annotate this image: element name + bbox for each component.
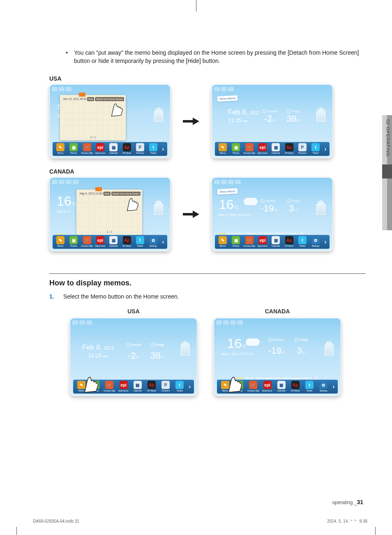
status-bar [52, 87, 71, 91]
freezer-temp: Freezer-2°F [262, 109, 277, 124]
dock-calendar[interactable]: ▦Calendar [131, 381, 144, 392]
app-dock: ✎Memo ▣Photos 🛒Grocery Mgr epiEpicurious… [215, 142, 330, 156]
memo-timestamp: May 9, 2013 10:28 PM [80, 192, 106, 195]
dock-apnews[interactable]: ApAP News [145, 381, 158, 392]
fridge-temp: Fridge38°F [286, 109, 300, 124]
hide-button[interactable]: Hide [87, 97, 94, 101]
dock-calendar[interactable]: ▦Calendar [107, 143, 120, 154]
dock-twitter[interactable]: tTwitter [134, 236, 146, 247]
app-dock: ✎Memo ▣Photos 🛒Grocery Mgr epiEpicurious… [53, 235, 167, 249]
dock-more[interactable]: › [323, 239, 328, 245]
usa-header: USA [49, 75, 366, 82]
dock-apnews[interactable]: ApAP News [289, 381, 302, 392]
page-number: 31 [357, 499, 363, 505]
dock-photos[interactable]: ▣Photos [67, 236, 80, 247]
dock-settings[interactable]: ✿Settings [317, 381, 330, 392]
dock-photos[interactable]: ▣Photos [230, 236, 242, 247]
print-metadata: DA68-02935A-04.indb 31 2014. 5. 14. ᄂᄂ 9… [33, 519, 367, 523]
dock-more[interactable]: › [187, 383, 192, 390]
dock-twitter[interactable]: tTwitter [296, 236, 309, 247]
dock-epicurious[interactable]: epiEpicurious [94, 236, 106, 247]
dock-grocery[interactable]: 🛒Grocery Mgr [243, 143, 256, 154]
dispenser-icon: Cubed [154, 107, 163, 122]
dock-pandora[interactable]: PPandora [134, 143, 146, 154]
pointing-hand-icon [79, 371, 102, 394]
page-footer: operating _31 [49, 499, 363, 505]
dock-calendar[interactable]: ▦Calendar [107, 236, 120, 247]
status-bar [214, 87, 234, 91]
dock-epicurious[interactable]: epiEpicurious [261, 381, 274, 392]
dock-epicurious[interactable]: epiEpicurious [256, 143, 269, 154]
fridge-temp: Fridge3°C [286, 199, 300, 214]
dock-grocery[interactable]: 🛒Grocery Mgr [247, 381, 260, 392]
dock-settings[interactable]: ✿Settings [147, 236, 159, 247]
dock-twitter[interactable]: tTwitter [147, 143, 159, 154]
freezer-temp: Freezer-19°C [261, 199, 277, 214]
dispenser-icon: Water [316, 200, 325, 215]
screenshot-canada-home: Show Memo 16°C May 9, 2013 22:29 PM Free… [212, 177, 333, 251]
dock-photos[interactable]: ▣Photos [67, 143, 80, 154]
indb-date: 2014. 5. 14. ᄂᄂ 9:38 [327, 519, 367, 523]
date: Feb 8, [82, 343, 102, 351]
freezer-temp: Freezer-19°C [268, 338, 285, 356]
dock-pandora[interactable]: PPandora [296, 143, 309, 154]
dock-photos[interactable]: ▣Photos [230, 143, 242, 154]
dispenser-icon: Cubed [181, 341, 190, 355]
cloud-icon [246, 338, 260, 346]
dispenser-icon: Cubed [316, 107, 325, 122]
fridge-temp: Fridge3°C [294, 338, 308, 356]
show-memo-tag[interactable]: Show Memo [217, 188, 238, 195]
screenshot-canada-select-memo: 16°C May 9, 2013 22:27 PM Freezer-19°C F… [214, 318, 341, 396]
crop-mark [196, 0, 196, 12]
dock-calendar[interactable]: ▦Calendar [270, 143, 282, 154]
status-bar [214, 180, 241, 184]
crop-mark [16, 527, 17, 535]
date: May 9, 2013 22:29 [219, 213, 246, 217]
dock-calendar[interactable]: ▦Calendar [270, 236, 282, 247]
dock-calendar[interactable]: ▦Calendar [275, 381, 288, 392]
dock-epicurious[interactable]: epiEpicurious [256, 236, 269, 247]
date: Feb 8, [228, 108, 248, 116]
memo-page: 1 / 1 [60, 136, 126, 139]
usa-label: USA [70, 308, 197, 315]
dock-grocery[interactable]: 🛒Grocery Mgr [81, 143, 93, 154]
dock-epicurious[interactable]: epiEpicurious [94, 143, 106, 154]
crop-mark [375, 527, 376, 535]
temp: 16 [57, 194, 71, 208]
dock-more[interactable]: › [160, 239, 166, 245]
status-bar [52, 180, 78, 184]
dock-twitter[interactable]: tTwitter [309, 143, 322, 154]
dock-memo[interactable]: ✎Memo [217, 236, 229, 247]
dock-grocery[interactable]: 🛒Grocery Mgr [103, 381, 116, 392]
dock-apnews[interactable]: ApAP News [120, 143, 133, 154]
dock-apnews[interactable]: ApAP News [283, 143, 295, 154]
screenshot-usa-memo: Nov 09: Cubed Nov 22, 2011 09:54 AM Hide… [49, 84, 171, 158]
cloud-icon [244, 198, 258, 205]
dock-memo[interactable]: ✎Memo [54, 143, 67, 154]
canada-header: CANADA [49, 168, 366, 175]
dock-more[interactable]: › [323, 146, 328, 152]
dock-twitter[interactable]: tTwitter [303, 381, 316, 392]
show-memo-tag[interactable]: Show Memo [217, 95, 238, 102]
temp: 16 [219, 197, 234, 212]
hide-button[interactable]: Hide [104, 192, 111, 196]
dock-more[interactable]: › [331, 383, 336, 390]
dock-apnews[interactable]: ApAP News [283, 236, 295, 247]
dock-memo[interactable]: ✎Memo [54, 236, 67, 247]
dock-epicurious[interactable]: epiEpicurious [117, 381, 130, 392]
fridge-temp: Fridge38°F [150, 343, 164, 361]
indb-file: DA68-02935A-04.indb 31 [33, 519, 79, 523]
pointing-hand-icon [122, 193, 141, 212]
dock-more[interactable]: › [160, 146, 166, 152]
dock-pandora[interactable]: PPandora [159, 381, 172, 392]
date: May 9, 2013 22:27 [221, 352, 248, 356]
dock-grocery[interactable]: 🛒Grocery Mgr [81, 236, 93, 247]
dock-grocery[interactable]: 🛒Grocery Mgr [243, 236, 256, 247]
divider [49, 273, 366, 274]
dock-twitter[interactable]: tTwitter [173, 381, 186, 392]
dock-apnews[interactable]: ApAP News [120, 236, 133, 247]
step-1: 1. Select the Memo button on the Home sc… [49, 293, 366, 300]
section-heading: How to display memos. [49, 279, 366, 287]
dock-settings[interactable]: ✿Settings [309, 236, 322, 247]
dock-memo[interactable]: ✎Memo [217, 143, 229, 154]
